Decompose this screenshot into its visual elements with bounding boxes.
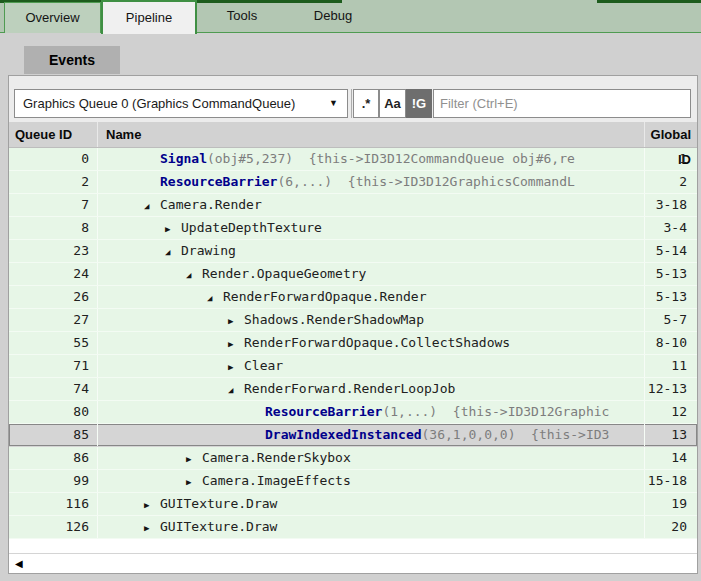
api-call-args: (36,1,0,0,0) {this->ID3 [422,427,610,442]
toolbar-divider [351,89,352,118]
marker-label: RenderForwardOpaque.CollectShadows [244,335,510,350]
tree-expander-icon[interactable]: ◢ [228,379,244,400]
table-row[interactable]: 85 DrawIndexedInstanced(36,1,0,0,0) {thi… [9,424,697,447]
row-global-id: 19 [645,493,697,515]
row-global-id: 5-14 [645,240,697,262]
row-name: ▶Shadows.RenderShadowMap [98,309,645,331]
row-queue-id: 74 [9,378,98,400]
tab-tools[interactable]: Tools [204,0,280,32]
toolbar: Graphics Queue 0 (Graphics CommandQueue)… [9,76,697,122]
tree-expander-icon[interactable]: ▶ [186,448,202,469]
tab-overview[interactable]: Overview [4,2,101,33]
tab-debug[interactable]: Debug [295,0,371,32]
tree-expander-icon[interactable]: ▶ [186,471,202,492]
filter-input[interactable] [433,89,691,118]
table-row[interactable]: 27 ▶Shadows.RenderShadowMap 5-7 [9,309,697,332]
row-queue-id: 99 [9,470,98,492]
marker-label: Clear [244,358,283,373]
row-name: ◢Drawing [98,240,645,262]
row-global-id: 5-13 [645,286,697,308]
marker-label: Camera.RenderSkybox [202,450,351,465]
row-queue-id: 80 [9,401,98,423]
tree-expander-icon[interactable]: ◢ [144,195,160,216]
column-header-name: Name [98,122,645,147]
row-global-id: 5-13 [645,263,697,285]
event-browser-window: Overview Pipeline Tools Debug Events Gra… [0,0,701,581]
row-global-id: 2 [645,171,697,193]
row-name: DrawIndexedInstanced(36,1,0,0,0) {this->… [98,424,645,446]
table-row[interactable]: 7 ◢Camera.Render 3-18 [9,194,697,217]
glob-filter-button[interactable]: !G [406,89,432,118]
regex-filter-button[interactable]: .* [353,89,379,118]
table-row[interactable]: 23 ◢Drawing 5-14 [9,240,697,263]
pane-top-edge [597,0,701,3]
tree-expander-icon[interactable]: ◢ [165,241,181,262]
table-row[interactable]: 2 ResourceBarrier(6,...) {this->ID3D12Gr… [9,171,697,194]
table-row[interactable]: 126 ▶GUITexture.Draw 20 [9,516,697,539]
events-dock-tab[interactable]: Events [24,46,120,74]
row-queue-id: 86 [9,447,98,469]
api-call-name: ResourceBarrier [265,404,382,419]
row-global-id: 13 [645,424,697,446]
tree-expander-icon[interactable]: ◢ [186,264,202,285]
marker-label: Drawing [181,243,236,258]
marker-label: RenderForwardOpaque.Render [223,289,427,304]
tree-expander-icon[interactable]: ▶ [228,333,244,354]
column-header-global-id: Global ID [645,122,697,147]
row-queue-id: 55 [9,332,98,354]
tree-expander-icon[interactable]: ◢ [207,287,223,308]
tree-expander-icon[interactable]: ▶ [144,517,160,538]
row-queue-id: 2 [9,171,98,193]
row-name: ▶Camera.ImageEffects [98,470,645,492]
case-sensitive-button[interactable]: Aa [379,89,406,118]
row-queue-id: 8 [9,217,98,239]
table-row[interactable]: 24 ◢Render.OpaqueGeometry 5-13 [9,263,697,286]
api-call-args: (6,...) {this->ID3D12GraphicsCommandL [277,174,574,189]
tab-bar: Overview Pipeline Tools Debug [0,0,701,33]
row-name: ▶GUITexture.Draw [98,516,645,538]
row-name: ◢Render.OpaqueGeometry [98,263,645,285]
row-global-id: 8-10 [645,332,697,354]
row-global-id: 1 [645,148,697,170]
tree-expander-icon[interactable]: ▶ [144,494,160,515]
row-name: ▶Camera.RenderSkybox [98,447,645,469]
table-row[interactable]: 0 Signal(obj#5,237) {this->ID3D12Command… [9,148,697,171]
row-queue-id: 23 [9,240,98,262]
row-queue-id: 7 [9,194,98,216]
row-queue-id: 71 [9,355,98,377]
marker-label: GUITexture.Draw [160,496,277,511]
row-global-id: 12-13 [645,378,697,400]
tree-expander-icon[interactable]: ▶ [228,310,244,331]
table-row[interactable]: 74 ◢RenderForward.RenderLoopJob 12-13 [9,378,697,401]
row-global-id: 12 [645,401,697,423]
row-queue-id: 27 [9,309,98,331]
column-header-queue-id: Queue ID [9,122,98,147]
queue-select[interactable]: Graphics Queue 0 (Graphics CommandQueue)… [14,89,348,118]
api-call-args: (1,...) {this->ID3D12Graphic [382,404,609,419]
table-row[interactable]: 80 ResourceBarrier(1,...) {this->ID3D12G… [9,401,697,424]
horizontal-scrollbar[interactable]: ◀ [9,553,697,573]
tree-expander-icon[interactable]: ▶ [165,218,181,239]
api-call-name: Signal [160,151,207,166]
table-row[interactable]: 8 ▶UpdateDepthTexture 3-4 [9,217,697,240]
row-global-id: 20 [645,516,697,538]
row-name: ResourceBarrier(1,...) {this->ID3D12Grap… [98,401,645,423]
table-row[interactable]: 86 ▶Camera.RenderSkybox 14 [9,447,697,470]
row-global-id: 3-4 [645,217,697,239]
row-name: ▶Clear [98,355,645,377]
table-row[interactable]: 55 ▶RenderForwardOpaque.CollectShadows 8… [9,332,697,355]
scroll-left-icon[interactable]: ◀ [15,557,23,571]
event-browser-frame: Graphics Queue 0 (Graphics CommandQueue)… [8,75,698,574]
table-row[interactable]: 71 ▶Clear 11 [9,355,697,378]
table-row[interactable]: 116 ▶GUITexture.Draw 19 [9,493,697,516]
marker-label: RenderForward.RenderLoopJob [244,381,455,396]
tree-expander-icon[interactable]: ▶ [228,356,244,377]
tab-pipeline[interactable]: Pipeline [101,0,197,34]
table-row[interactable]: 99 ▶Camera.ImageEffects 15-18 [9,470,697,493]
api-call-name: DrawIndexedInstanced [265,427,422,442]
api-call-name: ResourceBarrier [160,174,277,189]
row-name: ◢Camera.Render [98,194,645,216]
marker-label: Camera.ImageEffects [202,473,351,488]
api-call-args: (obj#5,237) {this->ID3D12CommandQueue ob… [207,151,575,166]
table-row[interactable]: 26 ◢RenderForwardOpaque.Render 5-13 [9,286,697,309]
